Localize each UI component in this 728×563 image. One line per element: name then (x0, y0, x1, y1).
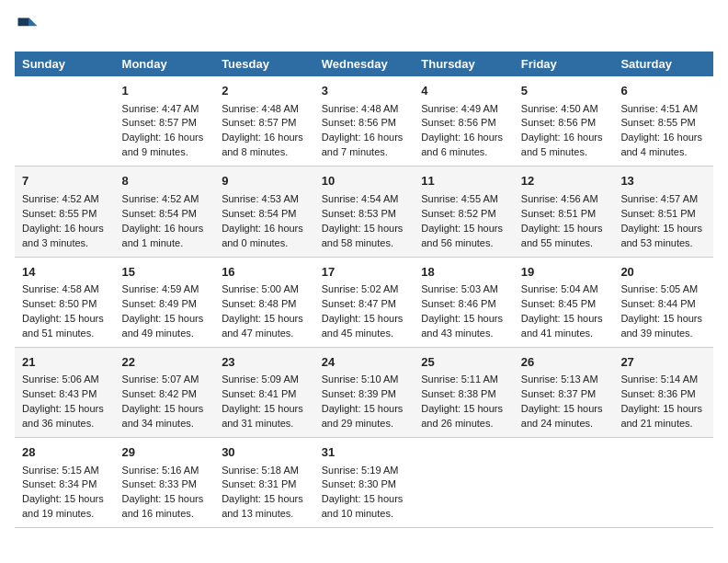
day-number: 12 (521, 172, 607, 190)
day-number: 18 (421, 263, 506, 282)
calendar-cell (613, 438, 713, 528)
day-number: 19 (521, 263, 607, 282)
day-number: 4 (421, 82, 506, 100)
day-number: 31 (322, 443, 407, 462)
cell-text: Sunrise: 5:18 AMSunset: 8:31 PMDaylight:… (222, 464, 307, 523)
day-number: 15 (122, 263, 208, 282)
header-row: SundayMondayTuesdayWednesdayThursdayFrid… (15, 52, 713, 76)
day-number: 2 (222, 82, 307, 100)
calendar-cell: 25Sunrise: 5:11 AMSunset: 8:38 PMDayligh… (414, 347, 514, 437)
day-number: 14 (22, 263, 108, 282)
header-cell-friday: Friday (514, 52, 614, 76)
cell-text: Sunrise: 4:53 AMSunset: 8:54 PMDaylight:… (222, 192, 307, 251)
cell-text: Sunrise: 4:52 AMSunset: 8:55 PMDaylight:… (22, 192, 108, 251)
calendar-cell: 10Sunrise: 4:54 AMSunset: 8:53 PMDayligh… (314, 167, 415, 257)
calendar-cell: 8Sunrise: 4:52 AMSunset: 8:54 PMDaylight… (115, 167, 215, 257)
day-number: 29 (122, 443, 208, 462)
day-number: 20 (620, 263, 706, 282)
logo (15, 15, 44, 40)
cell-text: Sunrise: 5:06 AMSunset: 8:43 PMDaylight:… (22, 373, 108, 431)
svg-marker-1 (29, 18, 38, 27)
cell-text: Sunrise: 5:11 AMSunset: 8:38 PMDaylight:… (421, 373, 506, 431)
calendar-cell: 12Sunrise: 4:56 AMSunset: 8:51 PMDayligh… (514, 167, 614, 257)
header-cell-sunday: Sunday (15, 52, 115, 76)
calendar-cell: 30Sunrise: 5:18 AMSunset: 8:31 PMDayligh… (214, 438, 314, 528)
calendar-cell: 2Sunrise: 4:48 AMSunset: 8:57 PMDaylight… (214, 76, 314, 167)
day-number: 21 (22, 353, 108, 372)
day-number: 6 (620, 82, 706, 100)
day-number: 28 (22, 443, 108, 462)
header-cell-tuesday: Tuesday (214, 52, 314, 76)
day-number: 10 (322, 172, 407, 190)
cell-text: Sunrise: 4:51 AMSunset: 8:55 PMDaylight:… (620, 102, 706, 161)
calendar-cell: 28Sunrise: 5:15 AMSunset: 8:34 PMDayligh… (15, 438, 115, 528)
cell-text: Sunrise: 4:59 AMSunset: 8:49 PMDaylight:… (122, 282, 208, 341)
calendar-cell (414, 438, 514, 528)
cell-text: Sunrise: 4:57 AMSunset: 8:51 PMDaylight:… (620, 192, 706, 251)
cell-text: Sunrise: 4:58 AMSunset: 8:50 PMDaylight:… (22, 282, 108, 341)
cell-text: Sunrise: 4:55 AMSunset: 8:52 PMDaylight:… (421, 192, 506, 251)
calendar-cell: 31Sunrise: 5:19 AMSunset: 8:30 PMDayligh… (314, 438, 415, 528)
calendar-cell: 23Sunrise: 5:09 AMSunset: 8:41 PMDayligh… (214, 347, 314, 437)
svg-rect-2 (18, 18, 29, 27)
day-number: 11 (421, 172, 506, 190)
day-number: 13 (620, 172, 706, 190)
day-number: 5 (521, 82, 607, 100)
day-number: 9 (222, 172, 307, 190)
cell-text: Sunrise: 4:50 AMSunset: 8:56 PMDaylight:… (521, 102, 607, 161)
cell-text: Sunrise: 5:09 AMSunset: 8:41 PMDaylight:… (222, 373, 307, 431)
calendar-table: SundayMondayTuesdayWednesdayThursdayFrid… (15, 52, 713, 528)
calendar-cell: 1Sunrise: 4:47 AMSunset: 8:57 PMDaylight… (115, 76, 215, 167)
logo-icon (15, 15, 40, 40)
calendar-cell: 3Sunrise: 4:48 AMSunset: 8:56 PMDaylight… (314, 76, 415, 167)
day-number: 30 (222, 443, 307, 462)
week-row-1: 1Sunrise: 4:47 AMSunset: 8:57 PMDaylight… (15, 76, 713, 167)
calendar-cell: 7Sunrise: 4:52 AMSunset: 8:55 PMDaylight… (15, 167, 115, 257)
cell-text: Sunrise: 5:07 AMSunset: 8:42 PMDaylight:… (122, 373, 208, 431)
cell-text: Sunrise: 5:10 AMSunset: 8:39 PMDaylight:… (322, 373, 407, 431)
calendar-cell: 14Sunrise: 4:58 AMSunset: 8:50 PMDayligh… (15, 257, 115, 347)
day-number: 24 (322, 353, 407, 372)
calendar-cell: 18Sunrise: 5:03 AMSunset: 8:46 PMDayligh… (414, 257, 514, 347)
day-number: 26 (521, 353, 607, 372)
calendar-cell: 24Sunrise: 5:10 AMSunset: 8:39 PMDayligh… (314, 347, 415, 437)
day-number: 17 (322, 263, 407, 282)
calendar-cell: 17Sunrise: 5:02 AMSunset: 8:47 PMDayligh… (314, 257, 415, 347)
day-number: 23 (222, 353, 307, 372)
calendar-cell: 19Sunrise: 5:04 AMSunset: 8:45 PMDayligh… (514, 257, 614, 347)
calendar-cell: 22Sunrise: 5:07 AMSunset: 8:42 PMDayligh… (115, 347, 215, 437)
cell-text: Sunrise: 5:14 AMSunset: 8:36 PMDaylight:… (620, 373, 706, 431)
cell-text: Sunrise: 4:48 AMSunset: 8:56 PMDaylight:… (322, 102, 407, 161)
calendar-cell: 5Sunrise: 4:50 AMSunset: 8:56 PMDaylight… (514, 76, 614, 167)
week-row-4: 21Sunrise: 5:06 AMSunset: 8:43 PMDayligh… (15, 347, 713, 437)
cell-text: Sunrise: 4:49 AMSunset: 8:56 PMDaylight:… (421, 102, 506, 161)
day-number: 1 (122, 82, 208, 100)
day-number: 7 (22, 172, 108, 190)
cell-text: Sunrise: 5:03 AMSunset: 8:46 PMDaylight:… (421, 282, 506, 341)
cell-text: Sunrise: 5:05 AMSunset: 8:44 PMDaylight:… (620, 282, 706, 341)
header-cell-monday: Monday (115, 52, 215, 76)
calendar-cell: 13Sunrise: 4:57 AMSunset: 8:51 PMDayligh… (613, 167, 713, 257)
calendar-cell (514, 438, 614, 528)
calendar-cell: 6Sunrise: 4:51 AMSunset: 8:55 PMDaylight… (613, 76, 713, 167)
day-number: 16 (222, 263, 307, 282)
calendar-cell: 9Sunrise: 4:53 AMSunset: 8:54 PMDaylight… (214, 167, 314, 257)
calendar-cell: 15Sunrise: 4:59 AMSunset: 8:49 PMDayligh… (115, 257, 215, 347)
day-number: 27 (620, 353, 706, 372)
cell-text: Sunrise: 5:19 AMSunset: 8:30 PMDaylight:… (322, 464, 407, 523)
header-cell-wednesday: Wednesday (314, 52, 415, 76)
week-row-5: 28Sunrise: 5:15 AMSunset: 8:34 PMDayligh… (15, 438, 713, 528)
cell-text: Sunrise: 5:04 AMSunset: 8:45 PMDaylight:… (521, 282, 607, 341)
cell-text: Sunrise: 4:56 AMSunset: 8:51 PMDaylight:… (521, 192, 607, 251)
calendar-cell: 26Sunrise: 5:13 AMSunset: 8:37 PMDayligh… (514, 347, 614, 437)
calendar-cell: 27Sunrise: 5:14 AMSunset: 8:36 PMDayligh… (613, 347, 713, 437)
calendar-cell: 11Sunrise: 4:55 AMSunset: 8:52 PMDayligh… (414, 167, 514, 257)
cell-text: Sunrise: 4:48 AMSunset: 8:57 PMDaylight:… (222, 102, 307, 161)
week-row-2: 7Sunrise: 4:52 AMSunset: 8:55 PMDaylight… (15, 167, 713, 257)
calendar-cell: 29Sunrise: 5:16 AMSunset: 8:33 PMDayligh… (115, 438, 215, 528)
cell-text: Sunrise: 4:47 AMSunset: 8:57 PMDaylight:… (122, 102, 208, 161)
cell-text: Sunrise: 5:00 AMSunset: 8:48 PMDaylight:… (222, 282, 307, 341)
calendar-cell: 4Sunrise: 4:49 AMSunset: 8:56 PMDaylight… (414, 76, 514, 167)
header-cell-saturday: Saturday (613, 52, 713, 76)
day-number: 8 (122, 172, 208, 190)
